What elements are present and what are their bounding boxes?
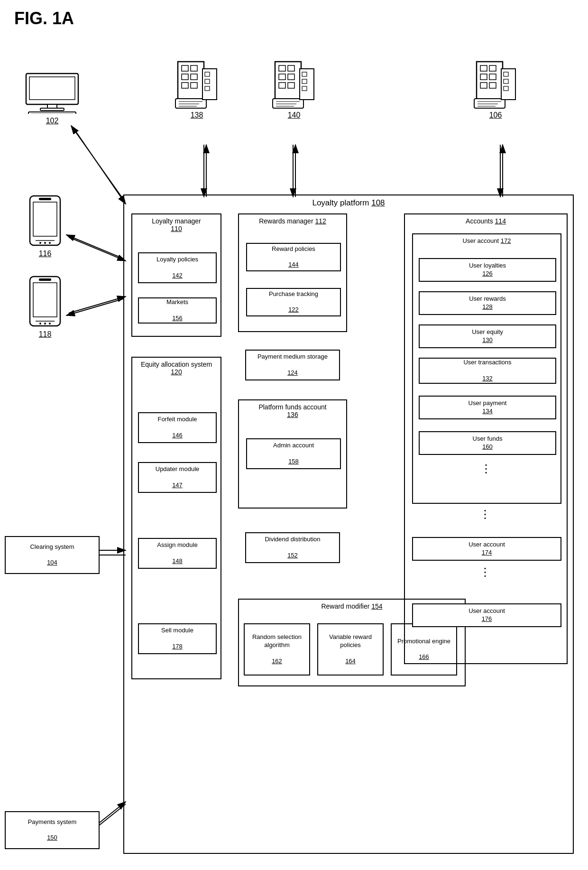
svg-point-37: [39, 323, 41, 324]
svg-rect-72: [489, 65, 496, 71]
user-loyalties-box: User loyalties 126: [419, 258, 556, 282]
loyalty-policies-box: Loyalty policies142: [138, 252, 217, 283]
svg-rect-76: [489, 83, 496, 88]
building-106: 106: [465, 52, 526, 120]
user-transactions-box: User transactions132: [419, 358, 556, 384]
clearing-system-box: Clearing system104: [5, 536, 100, 574]
platform-funds-label: Platform funds account136: [239, 403, 346, 418]
purchase-tracking-box: Purchase tracking122: [246, 288, 341, 316]
loyalty-manager-label: Loyalty manager110: [132, 217, 220, 232]
phone1-label: 116: [17, 250, 74, 258]
user-funds-box: User funds 160: [419, 431, 556, 455]
svg-rect-53: [205, 79, 210, 83]
building-140: 140: [263, 52, 325, 120]
svg-rect-56: [279, 65, 285, 71]
random-selection-box: Random selection algorithm162: [244, 623, 310, 676]
svg-rect-42: [191, 65, 197, 71]
svg-point-39: [49, 323, 51, 324]
computer-label: 102: [14, 117, 90, 125]
dots-1: ⋮: [413, 462, 560, 475]
svg-rect-27: [39, 198, 51, 200]
svg-rect-62: [273, 99, 303, 108]
svg-rect-26: [33, 202, 57, 236]
platform-funds-box: Platform funds account136 Admin account1…: [238, 399, 347, 509]
user-account-174-box: User account 174: [412, 537, 561, 561]
svg-rect-73: [480, 74, 487, 80]
svg-rect-47: [175, 99, 206, 108]
user-account-172-box: User account 172 User loyalties 126 User…: [412, 233, 561, 504]
markets-box: Markets156: [138, 297, 217, 324]
assign-module-box: Assign module148: [138, 538, 217, 569]
user-payment-box: User payment 134: [419, 396, 556, 419]
dots-3: ⋮: [405, 565, 567, 579]
svg-rect-69: [302, 86, 307, 91]
svg-line-6: [69, 296, 126, 313]
svg-rect-83: [504, 79, 508, 83]
svg-rect-20: [47, 104, 57, 108]
page-title: FIG. 1A: [0, 0, 588, 28]
svg-rect-57: [288, 65, 294, 71]
svg-line-5: [66, 235, 123, 259]
svg-point-32: [49, 242, 51, 244]
svg-rect-41: [182, 65, 188, 71]
svg-rect-84: [504, 86, 508, 91]
building138-label: 138: [166, 111, 228, 120]
svg-rect-19: [29, 77, 75, 100]
svg-rect-43: [182, 74, 188, 80]
dots-2: ⋮: [405, 508, 567, 521]
svg-line-7: [66, 299, 123, 315]
svg-rect-21: [40, 108, 64, 111]
payment-medium-box: Payment medium storage124: [245, 350, 340, 380]
accounts-box: Accounts 114 User account 172 User loyal…: [404, 213, 568, 664]
svg-rect-58: [279, 74, 285, 80]
svg-rect-45: [182, 83, 188, 88]
svg-rect-60: [279, 83, 285, 88]
phone2-label: 118: [17, 330, 74, 339]
svg-line-4: [69, 237, 126, 261]
svg-rect-59: [288, 74, 294, 80]
updater-module-box: Updater module147: [138, 462, 217, 493]
svg-rect-61: [288, 83, 294, 88]
svg-rect-77: [474, 99, 505, 108]
payments-system-box: Payments system150: [5, 811, 100, 849]
building140-label: 140: [263, 111, 325, 120]
reward-policies-box: Reward policies144: [246, 243, 341, 271]
rewards-manager-label: Rewards manager 112: [239, 217, 346, 225]
forfeit-module-box: Forfeit module146: [138, 412, 217, 443]
platform-outer-box: Loyalty platform 108 Loyalty manager110 …: [123, 194, 574, 854]
admin-account-box: Admin account158: [246, 438, 341, 469]
svg-rect-71: [480, 65, 487, 71]
phone1-device: 116: [17, 194, 74, 258]
svg-rect-44: [191, 74, 197, 80]
svg-rect-52: [205, 72, 210, 76]
equity-alloc-label: Equity allocation system120: [132, 361, 220, 376]
sell-module-box: Sell module178: [138, 623, 217, 654]
svg-rect-68: [302, 79, 307, 83]
variable-reward-box: Variable reward policies164: [317, 623, 384, 676]
svg-rect-74: [489, 74, 496, 80]
user-rewards-box: User rewards 128: [419, 291, 556, 315]
svg-point-38: [44, 323, 46, 324]
equity-alloc-box: Equity allocation system120 Forfeit modu…: [131, 357, 221, 679]
svg-rect-54: [205, 86, 210, 91]
svg-line-2: [74, 128, 126, 204]
computer-device: 102: [14, 71, 90, 125]
rewards-manager-box: Rewards manager 112 Reward policies144 P…: [238, 213, 347, 332]
user-equity-box: User equity 130: [419, 324, 556, 348]
accounts-label: Accounts 114: [405, 217, 567, 225]
user-account-176-box: User account 176: [412, 603, 561, 627]
dividend-dist-box: Dividend distribution152: [245, 532, 340, 563]
svg-rect-82: [504, 72, 508, 76]
svg-rect-22: [28, 112, 76, 114]
building106-label: 106: [465, 111, 526, 120]
svg-point-31: [44, 242, 46, 244]
loyalty-manager-box: Loyalty manager110 Loyalty policies142 M…: [131, 213, 221, 337]
svg-rect-75: [480, 83, 487, 88]
svg-rect-35: [39, 278, 51, 281]
phone2-device: 118: [17, 275, 74, 339]
svg-line-3: [71, 126, 123, 199]
svg-point-30: [39, 242, 41, 244]
building-138: 138: [166, 52, 228, 120]
svg-rect-67: [302, 72, 307, 76]
svg-rect-34: [33, 283, 57, 317]
